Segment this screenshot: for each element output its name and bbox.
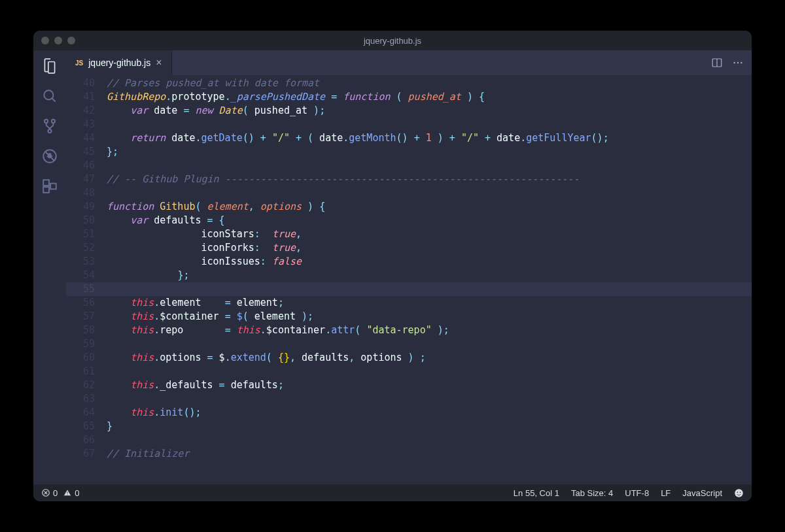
code-line[interactable]: GithubRepo.prototype._parsePushedDate = …: [107, 90, 752, 104]
line-number: 59: [66, 337, 95, 351]
line-number: 50: [66, 214, 95, 227]
svg-point-0: [44, 90, 53, 99]
warnings-count[interactable]: 0: [63, 488, 79, 498]
titlebar: jquery-github.js: [33, 31, 752, 50]
code-line[interactable]: return date.getDate() + "/" + ( date.get…: [107, 131, 752, 145]
tab-filename: jquery-github.js: [88, 58, 150, 68]
js-file-icon: JS: [75, 59, 83, 67]
svg-rect-8: [50, 184, 56, 190]
code-line[interactable]: [107, 337, 752, 351]
code-line[interactable]: var defaults = {: [107, 214, 752, 227]
code-line[interactable]: var date = new Date( pushed_at );: [107, 104, 752, 118]
line-number: 49: [66, 200, 95, 214]
code-line[interactable]: // -- Github Plugin --------------------…: [107, 173, 752, 186]
code-line[interactable]: iconStars: true,: [107, 227, 752, 241]
language-mode[interactable]: JavaScript: [682, 488, 722, 498]
line-number: 42: [66, 104, 95, 118]
svg-point-15: [737, 491, 739, 493]
debug-icon[interactable]: [41, 147, 59, 165]
line-number: 57: [66, 310, 95, 324]
svg-point-3: [48, 129, 51, 133]
explorer-icon[interactable]: [41, 57, 59, 75]
code-line[interactable]: }: [107, 420, 752, 433]
line-number: 67: [66, 447, 95, 461]
editor-area: JS jquery-github.js × 404142434445464748…: [66, 50, 752, 484]
code-line[interactable]: this.$container = $( element );: [107, 310, 752, 324]
svg-point-10: [734, 62, 735, 63]
svg-point-2: [52, 120, 55, 123]
line-number: 46: [66, 159, 95, 173]
code-line[interactable]: iconIssues: false: [107, 255, 752, 269]
code-line[interactable]: function Github( element, options ) {: [107, 200, 752, 214]
close-tab-icon[interactable]: ×: [156, 57, 162, 69]
svg-point-5: [48, 154, 52, 159]
line-number: 51: [66, 227, 95, 241]
line-number: 60: [66, 351, 95, 365]
line-number: 43: [66, 118, 95, 131]
line-number: 61: [66, 365, 95, 378]
line-number-gutter: 4041424344454647484950515253545556575859…: [66, 75, 107, 484]
line-number: 48: [66, 186, 95, 200]
tab-actions: [703, 50, 752, 75]
extensions-icon[interactable]: [41, 177, 59, 195]
indentation[interactable]: Tab Size: 4: [571, 488, 613, 498]
line-number: 62: [66, 378, 95, 392]
line-number: 63: [66, 392, 95, 406]
code-body[interactable]: // Parses pushed_at with date formatGith…: [107, 75, 752, 484]
line-number: 58: [66, 324, 95, 337]
line-number: 44: [66, 131, 95, 145]
eol[interactable]: LF: [661, 488, 671, 498]
more-actions-icon[interactable]: [732, 57, 744, 69]
line-number: 45: [66, 145, 95, 159]
svg-rect-7: [43, 187, 49, 193]
svg-point-16: [740, 491, 741, 493]
code-editor[interactable]: 4041424344454647484950515253545556575859…: [66, 75, 752, 484]
code-line[interactable]: this._defaults = defaults;: [107, 378, 752, 392]
line-number: 64: [66, 406, 95, 420]
code-line[interactable]: };: [107, 145, 752, 159]
svg-point-12: [741, 62, 742, 63]
line-number: 47: [66, 173, 95, 186]
feedback-smiley-icon[interactable]: [734, 488, 744, 498]
search-icon[interactable]: [41, 87, 59, 105]
code-line[interactable]: [107, 365, 752, 378]
svg-point-14: [735, 489, 743, 497]
source-control-icon[interactable]: [41, 117, 59, 135]
line-number: 66: [66, 433, 95, 447]
line-number: 52: [66, 241, 95, 255]
code-line[interactable]: // Parses pushed_at with date format: [107, 76, 752, 90]
status-bar: 0 0 Ln 55, Col 1 Tab Size: 4 UTF-8 LF Ja…: [33, 484, 752, 501]
tab-bar: JS jquery-github.js ×: [66, 50, 752, 75]
encoding[interactable]: UTF-8: [625, 488, 649, 498]
split-editor-icon[interactable]: [711, 57, 723, 69]
code-line[interactable]: this.options = $.extend( {}, defaults, o…: [107, 351, 752, 365]
code-line[interactable]: this.element = element;: [107, 296, 752, 310]
editor-window: jquery-github.js JS jquery: [33, 31, 752, 501]
errors-count[interactable]: 0: [41, 488, 58, 498]
code-line[interactable]: [107, 392, 752, 406]
line-number: 53: [66, 255, 95, 269]
code-line[interactable]: iconForks: true,: [107, 241, 752, 255]
code-line[interactable]: this.repo = this.$container.attr( "data-…: [107, 324, 752, 337]
window-title: jquery-github.js: [33, 36, 752, 46]
line-number: 41: [66, 90, 95, 104]
code-line[interactable]: [107, 186, 752, 200]
code-line[interactable]: [107, 118, 752, 131]
line-number: 40: [66, 76, 95, 90]
cursor-position[interactable]: Ln 55, Col 1: [514, 488, 559, 498]
svg-rect-6: [43, 180, 49, 186]
code-line[interactable]: // Initializer: [107, 447, 752, 461]
tab-jquery-github[interactable]: JS jquery-github.js ×: [66, 50, 172, 75]
line-number: 65: [66, 420, 95, 433]
code-line[interactable]: [107, 282, 752, 296]
code-line[interactable]: [107, 433, 752, 447]
svg-point-1: [44, 120, 48, 123]
activity-bar: [33, 50, 66, 484]
code-line[interactable]: this.init();: [107, 406, 752, 420]
code-line[interactable]: };: [107, 269, 752, 282]
svg-point-11: [737, 62, 739, 63]
line-number: 56: [66, 296, 95, 310]
line-number: 54: [66, 269, 95, 282]
code-line[interactable]: [107, 159, 752, 173]
main-area: JS jquery-github.js × 404142434445464748…: [33, 50, 752, 484]
